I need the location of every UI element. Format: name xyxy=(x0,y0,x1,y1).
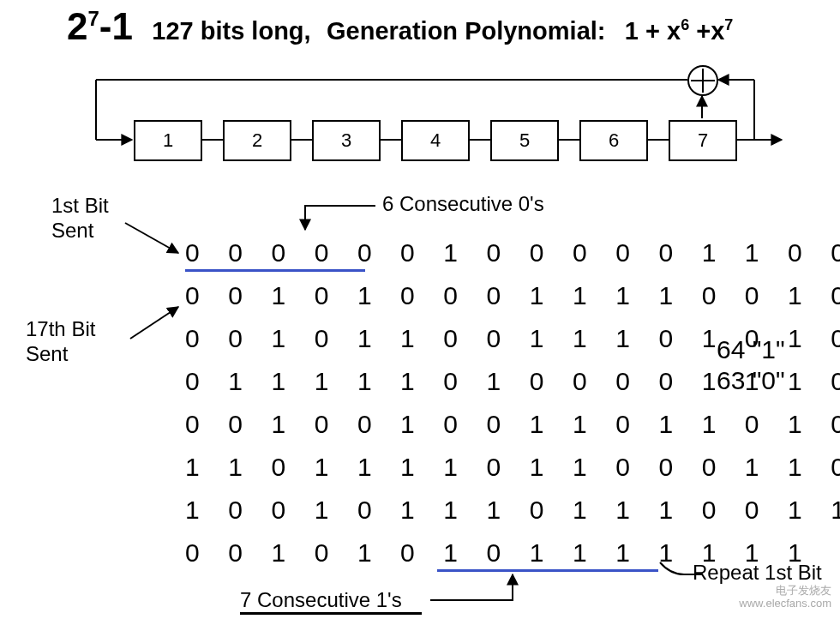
underline-seven-ones xyxy=(437,569,658,572)
bit-row-5: 0 0 1 0 0 1 0 0 1 1 0 1 1 0 1 0 xyxy=(185,410,840,439)
register-6-label: 6 xyxy=(609,129,619,151)
title-minus-one: -1 xyxy=(99,5,133,47)
svg-line-14 xyxy=(130,307,178,339)
register-1: 1 xyxy=(134,120,202,161)
register-7: 7 xyxy=(669,120,737,161)
register-5: 5 xyxy=(490,120,559,161)
register-4-label: 4 xyxy=(430,129,441,151)
svg-line-13 xyxy=(125,223,178,253)
title-genpoly-label: Generation Polynomial: xyxy=(327,17,606,45)
register-3-label: 3 xyxy=(341,129,351,151)
label-first-bit: 1st Bit Sent xyxy=(51,194,109,243)
watermark-site: 电子发烧友 xyxy=(739,584,831,598)
title-base: 2 xyxy=(67,5,87,47)
xor-icon xyxy=(687,65,718,96)
watermark: 电子发烧友 www.elecfans.com xyxy=(739,584,831,610)
register-2-label: 2 xyxy=(252,129,262,151)
bit-row-2: 0 0 1 0 1 0 0 0 1 1 1 1 0 0 1 0 xyxy=(185,281,840,310)
register-4: 4 xyxy=(401,120,470,161)
label-ones-count: 64 "1" xyxy=(717,334,785,365)
register-6: 6 xyxy=(579,120,648,161)
label-17th-bit: 17th Bit Sent xyxy=(26,317,95,367)
title-exponent: 27-1 xyxy=(67,5,133,48)
poly-pow1: 6 xyxy=(681,16,689,33)
watermark-url: www.elecfans.com xyxy=(739,597,831,610)
label-seven-ones: 7 Consecutive 1's xyxy=(240,588,402,613)
underline-six-zeros xyxy=(185,269,365,272)
title-length: 127 bits long, xyxy=(152,17,310,45)
poly-mid: +x xyxy=(689,17,724,45)
register-2: 2 xyxy=(223,120,291,161)
bit-row-7: 1 0 0 1 0 1 1 1 0 1 1 1 0 0 1 1 xyxy=(185,496,840,525)
label-zeros-count: 63 "0" xyxy=(717,365,785,396)
register-7-label: 7 xyxy=(698,129,708,151)
diagram-root: 27-1 127 bits long, Generation Polynomia… xyxy=(0,0,840,619)
label-repeat-first-bit: Repeat 1st Bit xyxy=(693,561,822,586)
poly-pow2: 7 xyxy=(724,16,733,33)
title-power: 7 xyxy=(87,7,99,30)
bit-row-1: 0 0 0 0 0 0 1 0 0 0 0 0 1 1 0 0 xyxy=(185,238,840,267)
poly-prefix: 1 + x xyxy=(625,17,681,45)
title-polynomial: 1 + x6 +x7 xyxy=(625,17,733,45)
register-1-label: 1 xyxy=(163,129,173,151)
register-5-label: 5 xyxy=(519,129,530,151)
title: 27-1 127 bits long, Generation Polynomia… xyxy=(67,5,823,48)
register-3: 3 xyxy=(312,120,381,161)
bit-row-6: 1 1 0 1 1 1 1 0 1 1 0 0 0 1 1 0 xyxy=(185,453,840,482)
label-six-zeros: 6 Consecutive 0's xyxy=(382,192,544,217)
